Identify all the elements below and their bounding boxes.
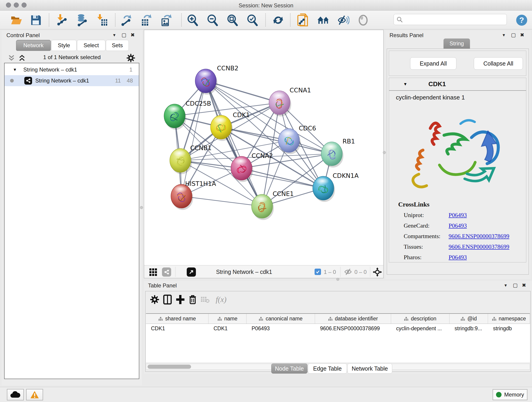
toolbar-separator — [340, 267, 341, 277]
memory-status-dot — [496, 392, 501, 397]
column-header-database-identifier[interactable]: database identifier — [315, 314, 391, 324]
crosslink-uniprot[interactable]: P06493 — [449, 212, 467, 218]
tab-node-table[interactable]: Node Table — [271, 364, 307, 374]
network-share-view-icon[interactable] — [162, 268, 171, 277]
column-type-icon — [492, 317, 496, 321]
node-label-ccne1: CCNE1 — [273, 190, 294, 197]
refresh-icon[interactable] — [272, 14, 284, 26]
horizontal-splitter-handle[interactable] — [336, 278, 339, 281]
network-node-cdkn1a[interactable]: CDKN1A — [313, 172, 359, 202]
open-session-icon[interactable] — [10, 14, 22, 26]
export-image-icon[interactable] — [160, 14, 172, 26]
network-row[interactable]: String Network – cdk1 11 48 — [5, 75, 139, 86]
column-header-shared-name[interactable]: shared name — [146, 314, 209, 324]
control-panel-maximize-icon[interactable]: ▢ — [120, 32, 127, 38]
tab-edge-table[interactable]: Edge Table — [308, 364, 347, 374]
add-column-icon[interactable] — [175, 294, 186, 305]
network-node-hist1h1a[interactable]: HIST1H1A — [171, 180, 216, 210]
grid-view-icon[interactable] — [149, 268, 157, 276]
function-builder-icon[interactable]: f(x) — [212, 294, 230, 305]
expand-all-icon[interactable] — [18, 55, 26, 61]
node-label-ccna1: CCNA1 — [290, 87, 311, 94]
save-session-icon[interactable] — [30, 14, 42, 26]
tab-select[interactable]: Select — [77, 40, 105, 51]
table-options-gear-icon[interactable] — [149, 294, 160, 305]
table-cell: CDK1 — [209, 324, 247, 333]
network-collection-row[interactable]: ▼ String Network – cdk1 1 — [5, 64, 139, 75]
column-header-name[interactable]: name — [209, 314, 247, 324]
export-table-icon[interactable] — [140, 14, 152, 26]
column-header-canonical-name[interactable]: canonical name — [247, 314, 315, 324]
export-network-icon[interactable] — [120, 14, 133, 26]
hide-details-icon[interactable] — [337, 14, 349, 26]
column-header-namespace[interactable]: namespace — [488, 314, 530, 324]
import-network-database-icon[interactable] — [76, 14, 88, 26]
network-node-ccna1[interactable]: CCNA1 — [269, 87, 311, 116]
expand-all-button[interactable]: Expand All — [410, 57, 456, 70]
control-panel-float-icon[interactable]: ▼ — [111, 32, 118, 39]
tab-style[interactable]: Style — [51, 40, 76, 51]
column-header-description[interactable]: description — [391, 314, 450, 324]
network-node-ccnb2[interactable]: CCNB2 — [195, 65, 239, 95]
table-panel-float-icon[interactable]: ▼ — [502, 282, 509, 289]
collapse-all-icon[interactable] — [8, 55, 16, 61]
tab-network-table[interactable]: Network Table — [347, 364, 392, 374]
column-header--id[interactable]: @id — [450, 314, 488, 324]
node-table[interactable]: shared namenamecanonical namedatabase id… — [146, 313, 530, 362]
network-node-cdc25b[interactable]: CDC25B — [164, 100, 211, 130]
import-table-icon[interactable] — [96, 14, 108, 26]
window-title: Session: New Session — [0, 2, 532, 9]
tab-sets[interactable]: Sets — [106, 40, 129, 51]
gene-section-header[interactable]: ▼ CDK1 — [389, 78, 526, 91]
memory-button[interactable]: Memory — [493, 389, 527, 400]
open-in-new-window-icon[interactable] — [187, 268, 196, 277]
results-panel-float-icon[interactable]: ▼ — [500, 32, 507, 39]
crosslink-tissues[interactable]: 9606.ENSP00000378699 — [449, 243, 509, 250]
tab-string[interactable]: String — [443, 38, 470, 49]
results-panel-maximize-icon[interactable]: ▢ — [510, 32, 517, 38]
houses-icon[interactable] — [317, 14, 329, 26]
right-splitter-handle[interactable] — [383, 151, 386, 154]
collection-expand-arrow-icon[interactable]: ▼ — [13, 67, 17, 72]
warning-status-button[interactable] — [26, 389, 43, 400]
crosslink-genecard[interactable]: P06493 — [449, 222, 467, 229]
table-panel-close-icon[interactable]: ✖ — [520, 282, 527, 289]
gene-name: CDK1 — [428, 80, 446, 88]
results-panel-close-icon[interactable]: ✖ — [519, 32, 526, 38]
zoom-out-icon[interactable] — [206, 14, 219, 26]
control-panel-close-icon[interactable]: ✖ — [129, 32, 136, 38]
tab-network[interactable]: Network — [16, 40, 51, 51]
protein-structure-image — [396, 110, 520, 199]
string-document-icon[interactable] — [297, 14, 309, 26]
network-node-ccne1[interactable]: CCNE1 — [252, 190, 294, 220]
selected-checkbox-icon[interactable] — [315, 269, 321, 275]
network-node-rb1[interactable]: RB1 — [321, 138, 355, 167]
table-panel-maximize-icon[interactable]: ▢ — [512, 282, 519, 289]
collapse-all-button[interactable]: Collapse All — [474, 57, 523, 70]
network-options-gear-icon[interactable] — [127, 54, 135, 62]
search-input[interactable] — [394, 14, 507, 25]
show-columns-icon[interactable] — [162, 294, 173, 305]
zoom-fit-icon[interactable] — [226, 14, 239, 26]
section-collapse-arrow-icon[interactable]: ▼ — [403, 82, 407, 87]
scrollbar-thumb[interactable] — [147, 365, 191, 369]
delete-table-icon[interactable] — [200, 294, 210, 305]
delete-column-trash-icon[interactable] — [187, 294, 198, 305]
cloud-status-button[interactable] — [7, 389, 24, 400]
hidden-eye-icon[interactable] — [344, 268, 352, 275]
network-canvas-panel: CCNB2CCNA1CDC25BCDK1CDC6RB1CCNB1CCNA2CDK… — [144, 30, 384, 278]
crosslink-pharos[interactable]: P06493 — [449, 254, 467, 261]
zoom-in-icon[interactable] — [186, 14, 199, 26]
birdseye-crosshair-icon[interactable] — [373, 268, 382, 277]
network-graph[interactable]: CCNB2CCNA1CDC25BCDK1CDC6RB1CCNB1CCNA2CDK… — [144, 30, 383, 265]
left-splitter-handle[interactable] — [140, 206, 143, 209]
import-network-file-icon[interactable] — [56, 14, 68, 26]
help-icon[interactable]: ? — [515, 14, 528, 26]
network-node-cdk1[interactable]: CDK1 — [210, 111, 250, 141]
zoom-selected-icon[interactable] — [246, 14, 259, 26]
toolbar-separator — [290, 13, 291, 27]
crosslink-compartments[interactable]: 9606.ENSP00000378699 — [449, 233, 509, 240]
table-row[interactable]: CDK1CDK1P064939606.ENSP00000378699cyclin… — [146, 324, 530, 333]
network-node-cdc6[interactable]: CDC6 — [278, 125, 316, 154]
show-details-icon[interactable] — [357, 14, 369, 26]
